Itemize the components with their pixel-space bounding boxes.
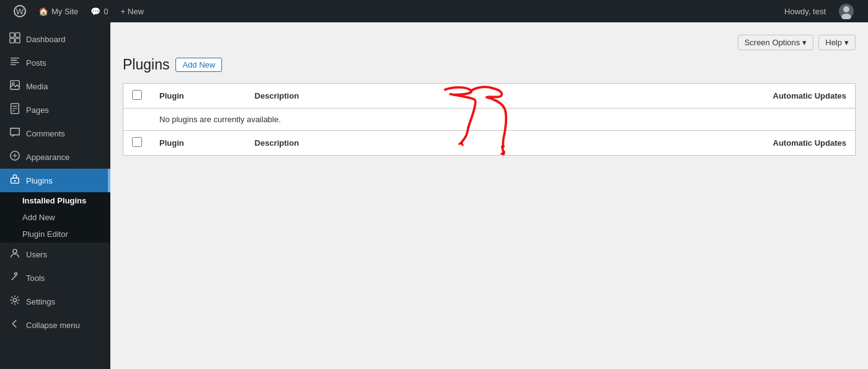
comments-link[interactable]: 💬 0 bbox=[84, 0, 114, 22]
comments-icon: 💬 bbox=[91, 7, 100, 16]
svg-point-16 bbox=[13, 298, 16, 301]
sidebar-item-label: Users bbox=[26, 250, 47, 259]
tools-icon bbox=[9, 271, 21, 285]
sidebar-item-tools[interactable]: Tools bbox=[0, 266, 110, 290]
sidebar-collapse-button[interactable]: Collapse menu bbox=[0, 313, 110, 337]
screen-options-button[interactable]: Screen Options ▾ bbox=[738, 35, 814, 50]
sidebar-item-comments[interactable]: Comments bbox=[0, 122, 110, 145]
sidebar-item-label: Posts bbox=[26, 58, 46, 68]
sidebar-item-label: Settings bbox=[26, 297, 55, 306]
plugins-table: Plugin Description Automatic Updates No … bbox=[123, 83, 856, 156]
svg-rect-6 bbox=[16, 33, 20, 37]
settings-icon bbox=[9, 295, 21, 308]
select-all-footer-checkbox[interactable] bbox=[132, 137, 142, 147]
wp-logo[interactable]: W bbox=[7, 0, 32, 22]
help-button[interactable]: Help ▾ bbox=[818, 35, 856, 50]
table-footer-row: Plugin Description Automatic Updates bbox=[123, 131, 856, 156]
svg-rect-5 bbox=[10, 33, 14, 37]
sidebar-item-pages[interactable]: Pages bbox=[0, 98, 110, 122]
posts-icon bbox=[9, 56, 21, 69]
svg-rect-9 bbox=[11, 81, 19, 89]
table-container: Plugin Description Automatic Updates No … bbox=[123, 83, 856, 156]
collapse-icon bbox=[9, 318, 21, 332]
howdy-text: Howdy, test bbox=[778, 7, 832, 16]
sidebar-item-label: Media bbox=[26, 82, 48, 91]
screen-options-arrow: ▾ bbox=[802, 38, 807, 47]
svg-point-3 bbox=[843, 6, 849, 12]
new-content-link[interactable]: + New bbox=[115, 0, 150, 22]
sidebar-item-label: Plugins bbox=[26, 176, 53, 185]
sidebar-item-posts[interactable]: Posts bbox=[0, 51, 110, 74]
page-title-area: Plugins Add New bbox=[123, 56, 856, 73]
submenu-plugin-editor[interactable]: Plugin Editor bbox=[0, 226, 110, 242]
sidebar-item-settings[interactable]: Settings bbox=[0, 290, 110, 313]
users-icon bbox=[9, 247, 21, 261]
col-header-description: Description bbox=[246, 84, 649, 109]
col-footer-checkbox bbox=[123, 131, 151, 156]
user-avatar[interactable] bbox=[832, 0, 861, 22]
svg-rect-8 bbox=[16, 38, 20, 43]
sidebar-item-media[interactable]: Media bbox=[0, 74, 110, 98]
table-header-row: Plugin Description Automatic Updates bbox=[123, 84, 856, 109]
home-icon: 🏠 bbox=[38, 7, 48, 16]
plugins-icon bbox=[9, 174, 21, 187]
my-site-link[interactable]: 🏠 My Site bbox=[32, 0, 84, 22]
svg-rect-7 bbox=[10, 38, 14, 43]
col-header-plugin: Plugin bbox=[151, 84, 246, 109]
sidebar-item-users[interactable]: Users bbox=[0, 242, 110, 266]
sidebar-item-appearance[interactable]: Appearance bbox=[0, 145, 110, 169]
col-header-autoupdates: Automatic Updates bbox=[649, 84, 855, 109]
sidebar-item-label: Dashboard bbox=[26, 35, 66, 44]
col-footer-description: Description bbox=[246, 131, 649, 156]
main-content: Screen Options ▾ Help ▾ Plugins Add New bbox=[110, 22, 868, 369]
media-icon bbox=[9, 79, 21, 93]
admin-bar: W 🏠 My Site 💬 0 + New Howdy, test bbox=[0, 0, 868, 22]
admin-menu: Dashboard Posts Media Pages Comments bbox=[0, 22, 110, 369]
col-header-checkbox bbox=[123, 84, 151, 109]
plugins-submenu: Installed Plugins Add New Plugin Editor bbox=[0, 192, 110, 242]
help-arrow: ▾ bbox=[844, 38, 849, 47]
sidebar-item-label: Pages bbox=[26, 105, 49, 115]
sidebar-item-label: Comments bbox=[26, 129, 65, 138]
appearance-icon bbox=[9, 150, 21, 164]
svg-point-14 bbox=[14, 180, 16, 182]
sidebar-item-dashboard[interactable]: Dashboard bbox=[0, 27, 110, 51]
dashboard-icon bbox=[9, 32, 21, 46]
sidebar-item-label: Appearance bbox=[26, 153, 69, 162]
submenu-add-new[interactable]: Add New bbox=[0, 209, 110, 226]
select-all-checkbox[interactable] bbox=[132, 90, 142, 100]
comments-sidebar-icon bbox=[9, 127, 21, 140]
svg-point-15 bbox=[13, 249, 17, 253]
sidebar-item-label: Collapse menu bbox=[26, 321, 80, 330]
add-new-button[interactable]: Add New bbox=[175, 58, 222, 72]
empty-message: No plugins are currently available. bbox=[151, 109, 856, 131]
sidebar-item-plugins[interactable]: Plugins bbox=[0, 169, 110, 192]
sidebar-item-label: Tools bbox=[26, 273, 45, 283]
col-footer-autoupdates: Automatic Updates bbox=[649, 131, 855, 156]
content-header-bar: Screen Options ▾ Help ▾ bbox=[123, 35, 856, 50]
pages-icon bbox=[9, 103, 21, 117]
adminbar-right: Howdy, test bbox=[778, 0, 861, 22]
table-empty-row: No plugins are currently available. bbox=[123, 109, 856, 131]
page-title: Plugins bbox=[123, 56, 169, 73]
submenu-installed-plugins[interactable]: Installed Plugins bbox=[0, 192, 110, 209]
svg-text:W: W bbox=[16, 7, 24, 16]
col-footer-plugin: Plugin bbox=[151, 131, 246, 156]
